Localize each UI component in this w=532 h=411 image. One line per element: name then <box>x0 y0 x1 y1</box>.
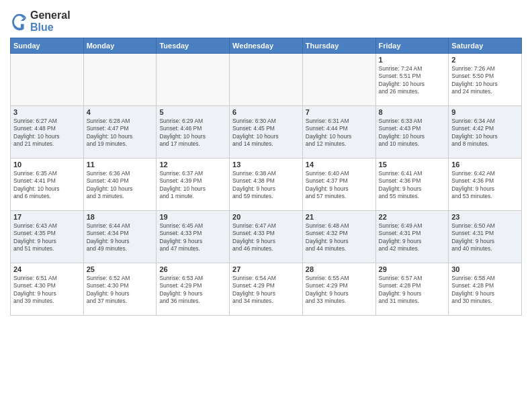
calendar-cell <box>302 54 375 106</box>
day-info: Sunrise: 6:48 AM Sunset: 4:32 PM Dayligh… <box>306 222 373 253</box>
day-number: 19 <box>159 213 226 221</box>
weekday-header-row: SundayMondayTuesdayWednesdayThursdayFrid… <box>11 38 522 54</box>
calendar-table: SundayMondayTuesdayWednesdayThursdayFrid… <box>10 38 522 316</box>
day-info: Sunrise: 6:44 AM Sunset: 4:34 PM Dayligh… <box>87 222 154 253</box>
day-info: Sunrise: 6:49 AM Sunset: 4:31 PM Dayligh… <box>379 222 446 253</box>
calendar-cell <box>11 54 84 106</box>
calendar-cell: 7Sunrise: 6:31 AM Sunset: 4:44 PM Daylig… <box>302 106 375 158</box>
calendar-cell <box>230 54 303 106</box>
day-number: 13 <box>232 161 300 169</box>
weekday-header-thursday: Thursday <box>302 38 375 54</box>
day-info: Sunrise: 6:37 AM Sunset: 4:39 PM Dayligh… <box>159 170 226 201</box>
day-info: Sunrise: 6:54 AM Sunset: 4:29 PM Dayligh… <box>232 275 300 306</box>
weekday-header-wednesday: Wednesday <box>230 38 303 54</box>
day-info: Sunrise: 6:45 AM Sunset: 4:33 PM Dayligh… <box>159 222 226 253</box>
day-number: 23 <box>451 213 519 221</box>
calendar-cell: 5Sunrise: 6:29 AM Sunset: 4:46 PM Daylig… <box>157 106 230 158</box>
day-number: 24 <box>13 265 81 273</box>
day-info: Sunrise: 6:29 AM Sunset: 4:46 PM Dayligh… <box>159 118 226 148</box>
day-number: 8 <box>379 108 446 116</box>
calendar-cell: 13Sunrise: 6:38 AM Sunset: 4:38 PM Dayli… <box>230 158 303 211</box>
calendar-cell: 10Sunrise: 6:35 AM Sunset: 4:41 PM Dayli… <box>11 158 84 211</box>
day-number: 6 <box>232 108 300 116</box>
calendar-cell: 17Sunrise: 6:43 AM Sunset: 4:35 PM Dayli… <box>11 211 84 263</box>
day-info: Sunrise: 6:40 AM Sunset: 4:37 PM Dayligh… <box>306 170 373 201</box>
day-info: Sunrise: 6:43 AM Sunset: 4:35 PM Dayligh… <box>13 222 81 253</box>
day-info: Sunrise: 6:31 AM Sunset: 4:44 PM Dayligh… <box>306 118 373 148</box>
calendar-cell: 23Sunrise: 6:50 AM Sunset: 4:31 PM Dayli… <box>449 211 522 263</box>
day-info: Sunrise: 6:50 AM Sunset: 4:31 PM Dayligh… <box>451 222 519 253</box>
day-info: Sunrise: 6:55 AM Sunset: 4:29 PM Dayligh… <box>306 275 373 306</box>
day-number: 9 <box>451 108 519 116</box>
calendar-cell: 26Sunrise: 6:53 AM Sunset: 4:29 PM Dayli… <box>157 263 230 316</box>
calendar-cell: 19Sunrise: 6:45 AM Sunset: 4:33 PM Dayli… <box>157 211 230 263</box>
day-number: 26 <box>159 265 226 273</box>
calendar-cell <box>83 54 157 106</box>
day-number: 1 <box>379 56 446 64</box>
logo: General Blue <box>10 9 71 34</box>
day-number: 30 <box>451 265 519 273</box>
day-number: 15 <box>379 161 446 169</box>
day-info: Sunrise: 6:58 AM Sunset: 4:28 PM Dayligh… <box>451 275 519 306</box>
day-number: 2 <box>451 56 519 64</box>
week-row-3: 10Sunrise: 6:35 AM Sunset: 4:41 PM Dayli… <box>11 158 522 211</box>
day-number: 14 <box>306 161 373 169</box>
day-info: Sunrise: 6:28 AM Sunset: 4:47 PM Dayligh… <box>87 118 154 148</box>
day-info: Sunrise: 6:41 AM Sunset: 4:36 PM Dayligh… <box>379 170 446 201</box>
calendar-cell: 30Sunrise: 6:58 AM Sunset: 4:28 PM Dayli… <box>449 263 522 316</box>
calendar-cell: 14Sunrise: 6:40 AM Sunset: 4:37 PM Dayli… <box>302 158 375 211</box>
calendar-cell: 21Sunrise: 6:48 AM Sunset: 4:32 PM Dayli… <box>302 211 375 263</box>
day-number: 5 <box>159 108 226 116</box>
page-container: General Blue SundayMondayTuesdayWednesda… <box>0 0 532 322</box>
day-info: Sunrise: 6:34 AM Sunset: 4:42 PM Dayligh… <box>451 118 519 148</box>
day-info: Sunrise: 7:26 AM Sunset: 5:50 PM Dayligh… <box>451 65 519 96</box>
day-number: 27 <box>232 265 300 273</box>
week-row-5: 24Sunrise: 6:51 AM Sunset: 4:30 PM Dayli… <box>11 263 522 316</box>
weekday-header-sunday: Sunday <box>11 38 84 54</box>
calendar-cell: 2Sunrise: 7:26 AM Sunset: 5:50 PM Daylig… <box>449 54 522 106</box>
calendar-cell: 16Sunrise: 6:42 AM Sunset: 4:36 PM Dayli… <box>449 158 522 211</box>
calendar-cell: 25Sunrise: 6:52 AM Sunset: 4:30 PM Dayli… <box>83 263 157 316</box>
day-info: Sunrise: 6:36 AM Sunset: 4:40 PM Dayligh… <box>87 170 154 201</box>
day-info: Sunrise: 6:51 AM Sunset: 4:30 PM Dayligh… <box>13 275 81 306</box>
week-row-4: 17Sunrise: 6:43 AM Sunset: 4:35 PM Dayli… <box>11 211 522 263</box>
calendar-cell: 24Sunrise: 6:51 AM Sunset: 4:30 PM Dayli… <box>11 263 84 316</box>
day-number: 28 <box>306 265 373 273</box>
day-number: 29 <box>379 265 446 273</box>
day-number: 17 <box>13 213 81 221</box>
calendar-cell: 22Sunrise: 6:49 AM Sunset: 4:31 PM Dayli… <box>375 211 449 263</box>
day-info: Sunrise: 6:30 AM Sunset: 4:45 PM Dayligh… <box>232 118 300 148</box>
calendar-cell: 4Sunrise: 6:28 AM Sunset: 4:47 PM Daylig… <box>83 106 157 158</box>
day-number: 16 <box>451 161 519 169</box>
weekday-header-saturday: Saturday <box>449 38 522 54</box>
header: General Blue <box>10 7 522 34</box>
day-info: Sunrise: 6:35 AM Sunset: 4:41 PM Dayligh… <box>13 170 81 201</box>
calendar-cell: 11Sunrise: 6:36 AM Sunset: 4:40 PM Dayli… <box>83 158 157 211</box>
day-number: 7 <box>306 108 373 116</box>
calendar-cell: 1Sunrise: 7:24 AM Sunset: 5:51 PM Daylig… <box>375 54 449 106</box>
day-number: 4 <box>87 108 154 116</box>
week-row-1: 1Sunrise: 7:24 AM Sunset: 5:51 PM Daylig… <box>11 54 522 106</box>
calendar-cell: 18Sunrise: 6:44 AM Sunset: 4:34 PM Dayli… <box>83 211 157 263</box>
day-info: Sunrise: 6:27 AM Sunset: 4:48 PM Dayligh… <box>13 118 81 148</box>
calendar-cell: 27Sunrise: 6:54 AM Sunset: 4:29 PM Dayli… <box>230 263 303 316</box>
logo-icon <box>10 12 29 31</box>
logo-text: General Blue <box>30 9 71 34</box>
day-number: 22 <box>379 213 446 221</box>
day-number: 12 <box>159 161 226 169</box>
day-number: 25 <box>87 265 154 273</box>
calendar-cell: 28Sunrise: 6:55 AM Sunset: 4:29 PM Dayli… <box>302 263 375 316</box>
weekday-header-friday: Friday <box>375 38 449 54</box>
calendar-cell: 15Sunrise: 6:41 AM Sunset: 4:36 PM Dayli… <box>375 158 449 211</box>
calendar-cell: 9Sunrise: 6:34 AM Sunset: 4:42 PM Daylig… <box>449 106 522 158</box>
day-info: Sunrise: 6:52 AM Sunset: 4:30 PM Dayligh… <box>87 275 154 306</box>
day-info: Sunrise: 6:38 AM Sunset: 4:38 PM Dayligh… <box>232 170 300 201</box>
day-number: 18 <box>87 213 154 221</box>
calendar-cell: 6Sunrise: 6:30 AM Sunset: 4:45 PM Daylig… <box>230 106 303 158</box>
calendar-cell: 3Sunrise: 6:27 AM Sunset: 4:48 PM Daylig… <box>11 106 84 158</box>
day-number: 3 <box>13 108 81 116</box>
day-info: Sunrise: 6:53 AM Sunset: 4:29 PM Dayligh… <box>159 275 226 306</box>
day-info: Sunrise: 6:33 AM Sunset: 4:43 PM Dayligh… <box>379 118 446 148</box>
day-info: Sunrise: 6:42 AM Sunset: 4:36 PM Dayligh… <box>451 170 519 201</box>
calendar-cell: 29Sunrise: 6:57 AM Sunset: 4:28 PM Dayli… <box>375 263 449 316</box>
